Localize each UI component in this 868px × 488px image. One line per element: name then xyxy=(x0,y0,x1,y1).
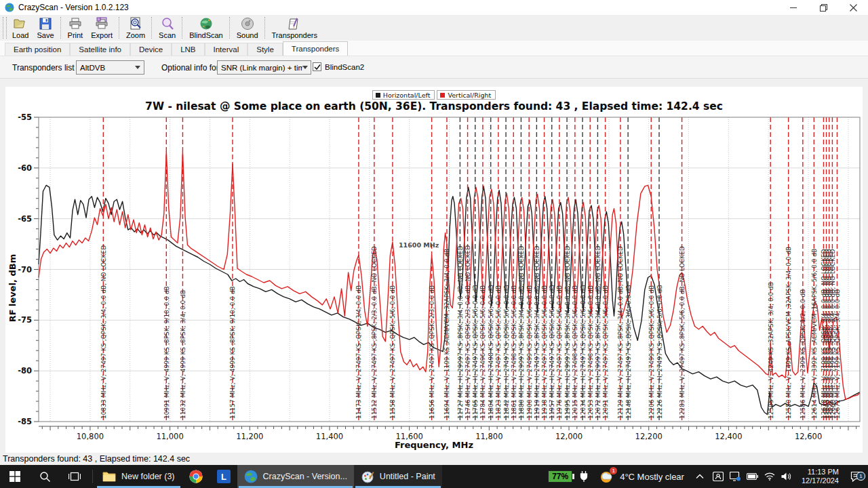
transponder-label: 11938 MHz; V; 27497 KS ;QPSK; 5/6; 0.0 d… xyxy=(541,285,548,419)
weather-widget[interactable]: 1 4°C Mostly clear xyxy=(599,469,684,484)
paint-icon xyxy=(361,470,374,483)
transponders-button[interactable]: Transponders xyxy=(268,16,321,40)
clock-date: 12/17/2024 xyxy=(802,476,839,485)
tab-earth-position[interactable]: Earth position xyxy=(5,43,70,56)
battery-icon[interactable] xyxy=(747,473,758,480)
transponder-label: 12614 MHz; V; 3392 KS ;ACM/VCM ;16APSK; … xyxy=(811,249,818,419)
tray-chevron-up-icon[interactable] xyxy=(696,474,704,479)
transponder-label: 11032 MHz; V; 4999 KS ;8PSK; 3/4; 0.0 dB xyxy=(180,290,186,419)
y-axis-label: RF level, dBm xyxy=(7,237,18,339)
transponder-label: 11512 MHz; V; 27497 KS ;8PSK; 2/3; 0.0 d… xyxy=(371,246,378,419)
printer-export-icon xyxy=(95,16,108,30)
chevron-down-icon xyxy=(302,64,308,70)
taskbar-clock[interactable]: 11:13 PM 12/17/2024 xyxy=(802,468,839,485)
transponder-label: 12129 MHz; V; 27497 KS ;8PSK; 3/4; 0.0 d… xyxy=(617,246,624,419)
toolbar-separator xyxy=(182,17,183,39)
weather-sun-cloud-icon: 1 xyxy=(599,469,614,484)
y-tick-label: -65 xyxy=(18,214,32,224)
legend-horizontal[interactable]: Horizontal/Left xyxy=(372,90,435,100)
chart-legend: Horizontal/Left Vertical/Right xyxy=(5,90,863,100)
magnifier-icon xyxy=(161,16,174,30)
legend-swatch-red xyxy=(440,93,445,98)
transponders-panel: Transponders list format AltDVB Optional… xyxy=(0,56,868,79)
battery-percentage-badge[interactable]: 77% xyxy=(548,470,572,483)
scan-button[interactable]: Scan xyxy=(155,16,180,40)
blindscan2-checkbox[interactable] xyxy=(313,62,321,71)
main-toolbar: LoadSavePrintExportZoomScanBlindScanSoun… xyxy=(0,15,868,41)
transponder-label: 11558 MHz; V; 27497 KS ;QPSK; 5/6; 0.0 d… xyxy=(389,285,396,419)
spectrum-plot: -55-60-65-70-75-80-8510,80011,00011,2001… xyxy=(5,87,863,453)
action-center-button[interactable]: 1 xyxy=(848,471,865,482)
info-format-select[interactable]: SNR (Link margin) + time/date xyxy=(217,60,311,75)
legend-vertical-label: Vertical/Right xyxy=(448,92,491,99)
network-wifi-icon[interactable] xyxy=(764,472,775,481)
y-tick-label: -60 xyxy=(18,163,32,173)
export-button[interactable]: Export xyxy=(87,16,117,40)
save-button[interactable]: Save xyxy=(33,16,58,40)
window-title: CrazyScan - Version 1.0.2.123 xyxy=(18,3,129,12)
load-button[interactable]: Load xyxy=(8,16,33,40)
chart-title: 7W - nilesat @ Some place on earth (50N,… xyxy=(5,100,863,113)
y-tick-label: -80 xyxy=(18,366,32,375)
action-center-badge: 1 xyxy=(856,472,865,481)
title-bar: CrazyScan - Version 1.0.2.123 xyxy=(0,0,868,15)
transponder-label: 11976 MHz; V; 27497 KS ;QPSK; 5/6; 0.0 d… xyxy=(556,285,563,419)
minimize-button[interactable] xyxy=(778,0,808,15)
transponder-label: 11880 MHz; H; 29997 KS ;8PSK; 3/4; 0.0 d… xyxy=(518,246,525,419)
transponder-label: 12206 MHz; V; 27499 KS ;QPSK; 5/6; 0.0 d… xyxy=(648,285,655,419)
transponder-label: 11694 MHz; V; 1199 KS ;ACM/VCM ;32APSK; … xyxy=(443,249,450,419)
transponder-label: 12505 MHz; V; 4249 KS ;32APSK; 3/4; 0.0 … xyxy=(768,282,774,419)
transponder-label: 11746 MHz; V; 27497 KS ;QPSK; 2/3; 0.0 d… xyxy=(465,245,471,419)
toolbar-grip[interactable] xyxy=(3,17,7,39)
print-button[interactable]: Print xyxy=(64,16,87,40)
x-axis-label: Frequency, MHz xyxy=(5,440,863,450)
info-format-value: SNR (Link margin) + time/date xyxy=(221,64,302,72)
toolbar-separator xyxy=(264,17,266,39)
meet-now-icon[interactable] xyxy=(713,472,724,481)
close-button[interactable] xyxy=(838,0,868,15)
tab-lnb[interactable]: LNB xyxy=(172,43,204,56)
volume-icon[interactable] xyxy=(781,472,791,481)
list-format-value: AltDVB xyxy=(80,64,105,72)
taskbar-app-crazyscan-version-[interactable]: CrazyScan - Version... xyxy=(237,465,354,488)
project-display-icon[interactable] xyxy=(730,472,741,481)
transponder-label: 11842 MHz; H; 27497 KS ;QPSK; 5/6; 0.0 d… xyxy=(503,285,510,419)
zoom-button[interactable]: Zoom xyxy=(122,16,149,40)
taskbar-app-untitled-paint[interactable]: Untitled - Paint xyxy=(354,465,442,488)
transponder-label: 11157 MHz; V; 4999 KS ;8PSK; 9/10; 0.0 d… xyxy=(229,286,236,419)
tab-interval[interactable]: Interval xyxy=(205,43,248,56)
transponder-label: 11784 MHz; V; 27496 KS ;QPSK; 5/6; 0.0 d… xyxy=(479,285,486,419)
status-bar: Transponders found: 43 , Elapsed time: 1… xyxy=(0,453,868,465)
tab-satellite-info[interactable]: Satellite info xyxy=(70,43,130,56)
transponder-label: 12072 MHz; H; 29997 KS ;8PSK; 3/4; 0.0 d… xyxy=(595,246,601,419)
notepad-pencil-icon xyxy=(288,16,301,30)
y-tick-label: -70 xyxy=(18,265,32,274)
transponder-label: 11656 MHz; V; 27497 KS ;QPSK; 2/3; 0.0 d… xyxy=(429,285,435,419)
start-button[interactable] xyxy=(0,465,30,488)
toolbar-separator xyxy=(60,17,62,39)
blindscan2-label: BlindScan2 xyxy=(325,63,364,71)
taskbar-divider xyxy=(92,470,93,483)
list-format-select[interactable]: AltDVB xyxy=(76,60,144,75)
task-view-button[interactable] xyxy=(60,465,90,488)
search-button[interactable] xyxy=(30,465,60,488)
legend-vertical[interactable]: Vertical/Right xyxy=(437,90,496,100)
tab-style[interactable]: Style xyxy=(248,43,283,56)
blindscan-button[interactable]: BlindScan xyxy=(185,16,227,40)
transponder-label: 12550 MHz; V; 1499 KS ;APSK/VCM ;32APSK;… xyxy=(785,247,792,419)
transponder-label: 12015 MHz; V; 27498 KS ;QPSK; 5/6; 0.0 d… xyxy=(572,285,578,419)
transponder-label: 12283 MHz; V; 27497 KS ;8PSK; 5/6; 0.0 d… xyxy=(679,246,686,419)
restore-button[interactable] xyxy=(808,0,838,15)
taskbar-app-new-folder-3-[interactable]: New folder (3) xyxy=(96,465,182,488)
globe-icon xyxy=(244,470,258,483)
tab-device[interactable]: Device xyxy=(130,43,172,56)
transponder-label: 12053 MHz; V; 27498 KS ;QPSK; 5/6; 0.0 d… xyxy=(587,285,594,419)
transponder-label: 11900 MHz; V; 27499 KS ;QPSK; 5/6; 0.0 d… xyxy=(526,285,533,419)
toolbar-separator xyxy=(119,17,120,39)
taskbar-app-l-badge[interactable]: L xyxy=(210,465,237,488)
tab-transponders[interactable]: Transponders xyxy=(283,41,349,56)
chrome-icon xyxy=(189,469,203,484)
sound-button[interactable]: Sound xyxy=(233,16,262,40)
crazyscan-window: CrazyScan - Version 1.0.2.123 LoadSavePr… xyxy=(0,0,868,488)
taskbar-app-chrome[interactable] xyxy=(182,465,210,488)
